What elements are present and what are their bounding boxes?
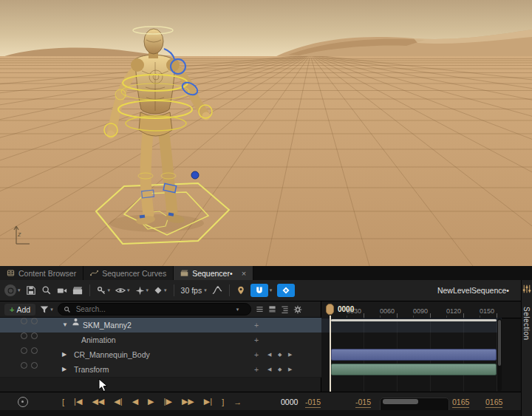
- track-row-animation[interactable]: Animation +: [0, 333, 321, 348]
- scrollbar-thumb[interactable]: [498, 320, 501, 366]
- expander-icon[interactable]: ▼: [62, 318, 68, 333]
- add-section-icon[interactable]: +: [254, 318, 259, 333]
- prev-key-button[interactable]: ◀: [267, 347, 271, 362]
- play-reverse-button[interactable]: ◀: [132, 397, 138, 406]
- track-label: SKM_Manny2: [83, 318, 132, 333]
- set-end-button[interactable]: ]: [222, 398, 224, 406]
- expander-icon[interactable]: ▶: [62, 347, 66, 362]
- track-row-transform[interactable]: ▶ Transform + ◀ ◆ ▶: [0, 362, 321, 378]
- track-visibility-toggle[interactable]: [21, 362, 27, 369]
- step-back-button[interactable]: ◀|: [114, 397, 122, 406]
- compact-view-icon[interactable]: [256, 305, 264, 313]
- autokey-toggle-button[interactable]: [277, 284, 295, 297]
- loop-mode-button[interactable]: →: [233, 398, 242, 406]
- viewport-3d[interactable]: z: [0, 0, 532, 266]
- next-key-button[interactable]: ▶: [288, 347, 292, 362]
- track-lock-toggle[interactable]: [31, 347, 38, 354]
- current-frame-field[interactable]: 0000: [281, 392, 298, 411]
- eye-icon: [115, 285, 126, 296]
- animation-section-bar[interactable]: [331, 349, 497, 361]
- add-section-icon[interactable]: +: [254, 333, 259, 347]
- sparkle-icon: [135, 286, 145, 296]
- transform-section-bar[interactable]: [331, 364, 497, 375]
- sequencer-icon: [180, 269, 188, 277]
- set-start-button[interactable]: [: [62, 398, 64, 406]
- sequencer-options-icon: [4, 284, 16, 296]
- next-shot-button[interactable]: ▶▶: [182, 397, 194, 406]
- viewport-scene: [0, 0, 532, 266]
- search-input[interactable]: [75, 304, 233, 314]
- expanded-view-icon[interactable]: [268, 305, 276, 313]
- character-shadow: [109, 214, 204, 232]
- prev-key-button[interactable]: ◀: [267, 362, 271, 377]
- track-visibility-toggle[interactable]: [21, 333, 27, 339]
- create-camera-button[interactable]: [57, 285, 67, 296]
- fps-dropdown[interactable]: 30 fps ▾: [181, 286, 207, 295]
- pin-icon[interactable]: [236, 286, 245, 295]
- timeline-lanes[interactable]: [321, 318, 521, 392]
- clapperboard-icon: [72, 285, 83, 296]
- ruler-tick-label: 0120: [446, 307, 461, 315]
- jump-to-start-button[interactable]: |◀: [74, 397, 82, 406]
- prev-shot-button[interactable]: ◀◀: [92, 397, 104, 406]
- settings-gear-icon[interactable]: [293, 305, 302, 314]
- track-lock-toggle[interactable]: [31, 318, 38, 324]
- playback-options-button[interactable]: ▾: [135, 286, 149, 296]
- add-key-button[interactable]: ◆: [278, 362, 282, 377]
- add-track-button[interactable]: + Add: [4, 304, 35, 316]
- save-icon: [26, 285, 36, 296]
- magnifier-icon: [41, 285, 52, 296]
- play-button[interactable]: ▶: [148, 397, 154, 406]
- view-options-button[interactable]: ▾: [115, 285, 130, 296]
- group-view-icon[interactable]: [281, 305, 289, 313]
- tracks-panel: + Add ▾ ▾: [0, 301, 321, 392]
- render-movie-button[interactable]: [72, 285, 83, 296]
- track-visibility-toggle[interactable]: [21, 318, 27, 324]
- playhead-handle[interactable]: [326, 304, 334, 315]
- toolbar-separator: [89, 284, 90, 296]
- filter-button[interactable]: ▾: [40, 305, 53, 314]
- curve-editor-button[interactable]: [212, 285, 222, 296]
- track-row-cr-mannequin-body[interactable]: ▶ CR_Mannequin_Body + ◀ ◆ ▶: [0, 347, 321, 363]
- track-lock-toggle[interactable]: [31, 362, 38, 369]
- playback-range-start-field[interactable]: -015: [305, 396, 321, 408]
- sequencer-options-button[interactable]: ▾: [4, 284, 21, 296]
- snap-toggle-button[interactable]: ▾: [250, 284, 273, 297]
- magnet-icon: [250, 284, 268, 297]
- tab-sequencer-curves[interactable]: Sequencer Curves: [83, 266, 174, 280]
- track-lock-toggle[interactable]: [31, 333, 38, 339]
- browse-to-asset-button[interactable]: [41, 285, 52, 296]
- key-icon: [97, 286, 106, 296]
- save-button[interactable]: [26, 285, 36, 296]
- key-options-button[interactable]: ▾: [97, 286, 111, 296]
- tracks-toolbar: + Add ▾ ▾: [0, 301, 321, 318]
- view-range-end-field[interactable]: 0165: [452, 396, 469, 408]
- playhead-line: [330, 316, 331, 392]
- playback-options-button[interactable]: [18, 392, 28, 411]
- scrollbar-thumb[interactable]: [383, 399, 418, 404]
- step-forward-button[interactable]: |▶: [164, 397, 172, 406]
- add-key-button[interactable]: ◆: [278, 347, 282, 362]
- playback-range-end-field[interactable]: 0165: [485, 396, 502, 408]
- add-section-icon[interactable]: +: [254, 347, 259, 362]
- keyframe-options-button[interactable]: ▾: [154, 286, 167, 295]
- track-summary-bar[interactable]: [331, 319, 497, 321]
- selection-panel-tab[interactable]: Selection: [522, 307, 531, 341]
- tab-content-browser[interactable]: Content Browser: [0, 266, 83, 280]
- jump-to-end-button[interactable]: ▶|: [204, 397, 212, 406]
- expander-icon[interactable]: ▶: [62, 362, 66, 377]
- plus-icon: +: [10, 305, 14, 314]
- add-section-icon[interactable]: +: [254, 362, 259, 377]
- tab-sequencer[interactable]: Sequencer• ×: [174, 266, 253, 280]
- timeline-vertical-scrollbar[interactable]: [497, 318, 502, 391]
- ik-target-handle[interactable]: [191, 171, 199, 179]
- track-row-skm-manny2[interactable]: ▼ SKM_Manny2 +: [0, 318, 321, 333]
- search-box[interactable]: ▾: [58, 303, 251, 316]
- tab-close-icon[interactable]: ×: [242, 269, 246, 278]
- next-key-button[interactable]: ▶: [288, 362, 292, 377]
- sliders-icon[interactable]: [522, 284, 531, 293]
- track-visibility-toggle[interactable]: [21, 347, 27, 354]
- sequence-name-label[interactable]: NewLevelSequence•: [437, 286, 516, 295]
- view-range-start-field[interactable]: -015: [355, 396, 371, 408]
- ground: [0, 56, 532, 266]
